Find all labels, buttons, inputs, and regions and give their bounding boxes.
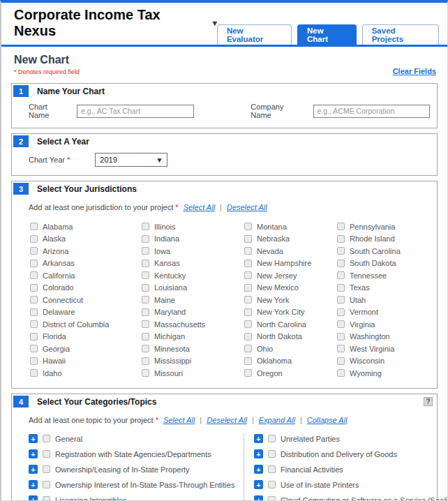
checkbox-icon[interactable] [337, 247, 345, 255]
jurisdictions-select-all-link[interactable]: Select All [184, 203, 215, 211]
category-item[interactable]: +Financial Activities [254, 465, 448, 474]
checkbox-icon[interactable] [337, 223, 345, 230]
checkbox-icon[interactable] [43, 481, 50, 488]
jurisdiction-item[interactable]: Louisiana [142, 284, 244, 292]
expand-plus-icon[interactable]: + [254, 434, 263, 443]
checkbox-icon[interactable] [244, 369, 252, 377]
jurisdiction-item[interactable]: Montana [244, 223, 337, 230]
jurisdiction-item[interactable]: Ohio [244, 345, 337, 352]
jurisdiction-item[interactable]: Oklahoma [244, 357, 337, 365]
checkbox-icon[interactable] [142, 333, 149, 341]
checkbox-icon[interactable] [268, 481, 276, 488]
checkbox-icon[interactable] [244, 271, 252, 279]
categories-expand-all-link[interactable]: Expand All [259, 416, 295, 424]
jurisdiction-item[interactable]: Missouri [142, 369, 244, 377]
jurisdiction-item[interactable]: Indiana [142, 235, 244, 243]
jurisdiction-item[interactable]: New Hampshire [244, 260, 337, 267]
jurisdictions-deselect-all-link[interactable]: Deselect All [227, 203, 267, 211]
checkbox-icon[interactable] [43, 435, 50, 442]
category-item[interactable]: +Licensing Intangibles [29, 495, 244, 501]
checkbox-icon[interactable] [268, 450, 276, 458]
checkbox-icon[interactable] [244, 260, 252, 267]
expand-plus-icon[interactable]: + [29, 495, 38, 501]
category-item[interactable]: +Registration with State Agencies/Depart… [29, 449, 244, 458]
checkbox-icon[interactable] [142, 345, 149, 352]
jurisdiction-item[interactable]: Nevada [244, 247, 337, 255]
checkbox-icon[interactable] [337, 333, 345, 341]
jurisdiction-item[interactable]: South Carolina [337, 247, 439, 255]
jurisdiction-item[interactable]: Alabama [30, 223, 142, 230]
jurisdiction-item[interactable]: Kansas [142, 260, 244, 267]
jurisdiction-item[interactable]: Wisconsin [337, 357, 439, 365]
checkbox-icon[interactable] [337, 357, 345, 365]
tab-new-chart[interactable]: New Chart [297, 24, 357, 45]
jurisdiction-item[interactable]: Rhode Island [337, 235, 439, 243]
checkbox-icon[interactable] [30, 247, 38, 255]
checkbox-icon[interactable] [268, 465, 276, 473]
expand-plus-icon[interactable]: + [29, 434, 38, 443]
jurisdiction-item[interactable]: New Mexico [244, 284, 337, 292]
jurisdiction-item[interactable]: Illinois [142, 223, 244, 230]
categories-collapse-all-link[interactable]: Collapse All [307, 416, 348, 424]
checkbox-icon[interactable] [337, 345, 345, 352]
help-icon[interactable]: ? [424, 397, 433, 406]
tab-saved-projects[interactable]: Saved Projects [362, 24, 439, 45]
expand-plus-icon[interactable]: + [29, 465, 38, 474]
expand-plus-icon[interactable]: + [29, 480, 38, 489]
checkbox-icon[interactable] [244, 284, 252, 292]
checkbox-icon[interactable] [30, 357, 38, 365]
clear-fields-link[interactable]: Clear Fields [393, 67, 436, 75]
category-item[interactable]: +General [29, 434, 244, 443]
category-item[interactable]: +Ownership Interest of In-State Pass-Thr… [29, 480, 244, 489]
jurisdiction-item[interactable]: Massachusetts [142, 320, 244, 328]
jurisdiction-item[interactable]: Washington [337, 333, 439, 341]
jurisdiction-item[interactable]: Georgia [30, 345, 142, 352]
checkbox-icon[interactable] [142, 247, 149, 255]
checkbox-icon[interactable] [337, 369, 345, 377]
jurisdiction-item[interactable]: Pennsylvania [337, 223, 439, 230]
chart-name-input[interactable] [77, 105, 193, 118]
jurisdiction-item[interactable]: Arkansas [30, 260, 142, 267]
checkbox-icon[interactable] [244, 235, 252, 243]
checkbox-icon[interactable] [142, 284, 149, 292]
app-title-dropdown[interactable]: Corporate Income Tax Nexus ▾ [14, 7, 217, 45]
jurisdiction-item[interactable]: Maryland [142, 308, 244, 316]
expand-plus-icon[interactable]: + [29, 449, 38, 458]
checkbox-icon[interactable] [30, 296, 38, 304]
checkbox-icon[interactable] [337, 271, 345, 279]
checkbox-icon[interactable] [30, 308, 38, 316]
checkbox-icon[interactable] [30, 223, 38, 230]
checkbox-icon[interactable] [244, 296, 252, 304]
checkbox-icon[interactable] [43, 496, 50, 501]
checkbox-icon[interactable] [30, 320, 38, 328]
jurisdiction-item[interactable]: Vermont [337, 308, 439, 316]
jurisdiction-item[interactable]: Texas [337, 284, 439, 292]
jurisdiction-item[interactable]: Oregon [244, 369, 337, 377]
checkbox-icon[interactable] [142, 223, 149, 230]
checkbox-icon[interactable] [43, 465, 50, 473]
category-item[interactable]: +Use of In-state Printers [254, 480, 448, 489]
jurisdiction-item[interactable]: New Jersey [244, 271, 337, 279]
checkbox-icon[interactable] [337, 296, 345, 304]
checkbox-icon[interactable] [30, 345, 38, 352]
jurisdiction-item[interactable]: Nebraska [244, 235, 337, 243]
jurisdiction-item[interactable]: Mississippi [142, 357, 244, 365]
checkbox-icon[interactable] [142, 308, 149, 316]
category-item[interactable]: +Distribution and Delivery of Goods [254, 449, 448, 458]
categories-select-all-link[interactable]: Select All [163, 416, 195, 424]
expand-plus-icon[interactable]: + [254, 480, 263, 489]
jurisdiction-item[interactable]: West Virginia [337, 345, 439, 352]
company-name-input[interactable] [313, 105, 430, 118]
checkbox-icon[interactable] [244, 223, 252, 230]
expand-plus-icon[interactable]: + [254, 465, 263, 474]
checkbox-icon[interactable] [30, 333, 38, 341]
checkbox-icon[interactable] [337, 320, 345, 328]
jurisdiction-item[interactable]: Kentucky [142, 271, 244, 279]
jurisdiction-item[interactable]: Alaska [30, 235, 142, 243]
checkbox-icon[interactable] [30, 235, 38, 243]
checkbox-icon[interactable] [337, 260, 345, 267]
checkbox-icon[interactable] [142, 357, 149, 365]
jurisdiction-item[interactable]: New York City [244, 308, 337, 316]
jurisdiction-item[interactable]: Virginia [337, 320, 439, 328]
chart-year-select[interactable]: 2019 ▼ [95, 153, 167, 167]
